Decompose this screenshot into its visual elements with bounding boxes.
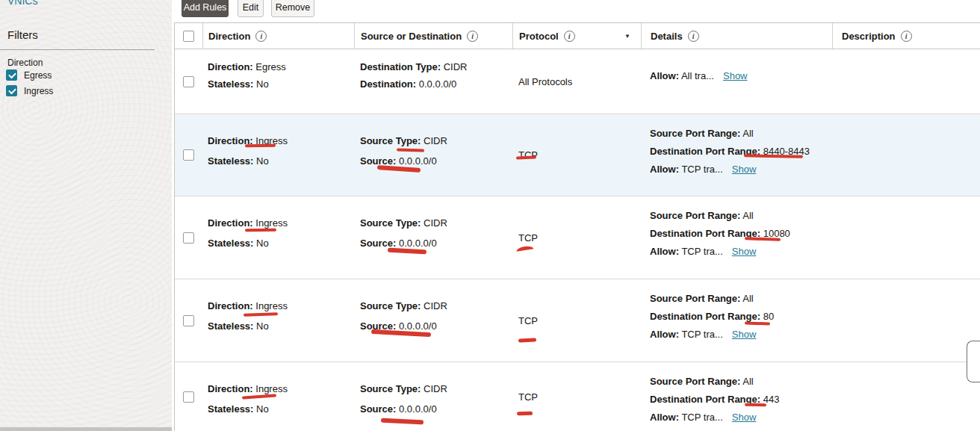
- ingress-checkbox[interactable]: [6, 85, 17, 96]
- sidebar-item-vnics[interactable]: VNICs: [7, 0, 37, 7]
- direction-cell: Direction: Ingress Stateless: No: [202, 279, 354, 362]
- description-cell: [832, 362, 980, 431]
- red-underline-annotation: [517, 412, 533, 416]
- header-checkbox-cell: [175, 23, 202, 49]
- info-icon[interactable]: i: [255, 31, 267, 42]
- row-checkbox[interactable]: [183, 391, 194, 403]
- info-icon[interactable]: i: [564, 31, 575, 42]
- edit-button[interactable]: Edit: [238, 0, 264, 17]
- filter-option-ingress[interactable]: Ingress: [6, 85, 53, 96]
- header-source-or-destination: Source or Destination i: [354, 23, 512, 49]
- dropdown-caret-icon[interactable]: ▼: [624, 33, 630, 40]
- filters-divider: [0, 49, 155, 50]
- select-all-checkbox[interactable]: [183, 31, 194, 42]
- table-row: Direction: Ingress Stateless: No Source …: [175, 279, 980, 362]
- direction-filter-label: Direction: [7, 58, 43, 68]
- show-link[interactable]: Show: [723, 70, 748, 81]
- info-icon[interactable]: i: [688, 31, 699, 42]
- sidebar-bottom-strip: [0, 427, 172, 431]
- direction-cell: Direction: Ingress Stateless: No: [202, 196, 354, 279]
- table-row: Direction: Ingress Stateless: No Source …: [175, 114, 980, 196]
- red-underline-annotation: [245, 229, 276, 232]
- egress-checkbox[interactable]: [6, 69, 17, 81]
- show-link[interactable]: Show: [732, 246, 757, 257]
- details-cell: Allow: All tra...Show: [641, 49, 832, 114]
- description-cell: [832, 196, 980, 279]
- remove-button[interactable]: Remove: [271, 0, 314, 17]
- protocol-cell: All Protocols: [512, 49, 641, 114]
- row-checkbox[interactable]: [183, 315, 194, 326]
- source-destination-cell: Source Type: CIDR Source: 0.0.0.0/0: [354, 279, 512, 362]
- header-details: Details i: [641, 23, 832, 49]
- sidebar: VNICs Filters Direction Egress Ingress: [0, 0, 172, 431]
- header-description: Description i: [832, 23, 980, 49]
- details-cell: Source Port Range: All Destination Port …: [641, 279, 832, 362]
- source-destination-cell: Source Type: CIDR Source: 0.0.0.0/0: [354, 114, 512, 196]
- table-row: Direction: Egress Stateless: No Destinat…: [175, 49, 980, 114]
- security-rules-page: VNICs Filters Direction Egress Ingress A…: [0, 0, 980, 431]
- header-protocol: Protocol i ▼: [512, 23, 641, 49]
- protocol-cell: TCP: [512, 114, 641, 196]
- red-underline-annotation: [245, 144, 276, 148]
- protocol-cell: TCP: [512, 279, 641, 362]
- table-header-row: Direction i Source or Destination i Prot…: [175, 23, 980, 49]
- show-link[interactable]: Show: [732, 164, 757, 175]
- row-checkbox[interactable]: [183, 149, 194, 161]
- table-row: Direction: Ingress Stateless: No Source …: [175, 362, 980, 431]
- row-checkbox[interactable]: [183, 232, 194, 244]
- ingress-label: Ingress: [24, 86, 53, 96]
- protocol-cell: TCP: [512, 362, 641, 431]
- info-icon[interactable]: i: [467, 31, 478, 42]
- info-icon[interactable]: i: [901, 31, 912, 42]
- header-direction: Direction i: [202, 23, 354, 49]
- show-link[interactable]: Show: [732, 412, 757, 423]
- protocol-cell: TCP: [512, 196, 641, 279]
- feedback-widget[interactable]: [967, 341, 980, 382]
- details-cell: Source Port Range: All Destination Port …: [641, 114, 832, 196]
- description-cell: [832, 49, 980, 114]
- show-link[interactable]: Show: [732, 329, 757, 340]
- details-cell: Source Port Range: All Destination Port …: [641, 362, 832, 431]
- description-cell: [832, 114, 980, 196]
- add-rules-button[interactable]: Add Rules: [182, 0, 229, 17]
- direction-cell: Direction: Ingress Stateless: No: [202, 114, 354, 196]
- table-row: Direction: Ingress Stateless: No Source …: [175, 196, 980, 279]
- direction-cell: Direction: Egress Stateless: No: [202, 49, 354, 114]
- source-destination-cell: Destination Type: CIDR Destination: 0.0.…: [354, 49, 512, 114]
- source-destination-cell: Source Type: CIDR Source: 0.0.0.0/0: [354, 196, 512, 279]
- description-cell: [832, 279, 980, 362]
- details-cell: Source Port Range: All Destination Port …: [641, 196, 832, 279]
- source-destination-cell: Source Type: CIDR Source: 0.0.0.0/0: [354, 362, 512, 431]
- security-rules-table: Direction i Source or Destination i Prot…: [174, 22, 980, 431]
- row-checkbox[interactable]: [183, 76, 194, 87]
- egress-label: Egress: [24, 70, 52, 81]
- red-underline-annotation: [745, 403, 766, 407]
- filters-title: Filters: [7, 28, 38, 41]
- direction-cell: Direction: Ingress Stateless: No: [202, 362, 354, 431]
- filter-option-egress[interactable]: Egress: [6, 69, 52, 81]
